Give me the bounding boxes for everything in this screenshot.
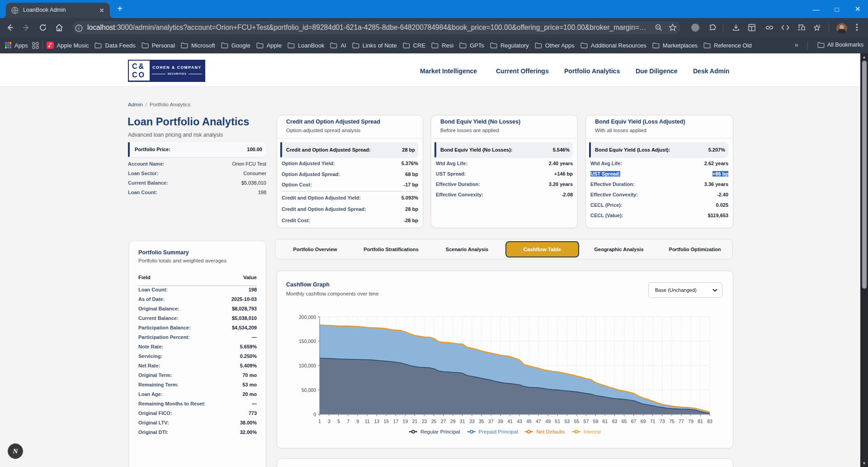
- svg-text:25: 25: [431, 419, 437, 424]
- svg-text:13: 13: [374, 419, 379, 424]
- svg-text:0: 0: [313, 412, 316, 417]
- svg-text:21: 21: [412, 419, 418, 424]
- svg-text:75: 75: [669, 419, 675, 424]
- svg-text:35: 35: [479, 419, 484, 424]
- svg-text:51: 51: [555, 419, 560, 424]
- svg-text:7: 7: [347, 419, 349, 424]
- svg-text:83: 83: [707, 419, 712, 424]
- svg-text:200,000: 200,000: [299, 315, 316, 320]
- svg-text:47: 47: [536, 419, 541, 424]
- svg-text:9: 9: [356, 419, 359, 424]
- svg-text:65: 65: [622, 419, 627, 424]
- svg-text:5: 5: [337, 419, 340, 424]
- svg-text:43: 43: [517, 419, 522, 424]
- svg-text:29: 29: [450, 419, 456, 424]
- svg-text:79: 79: [688, 419, 693, 424]
- svg-text:77: 77: [679, 419, 684, 424]
- svg-text:23: 23: [422, 419, 427, 424]
- svg-text:63: 63: [612, 419, 618, 424]
- svg-text:15: 15: [383, 419, 389, 424]
- svg-text:59: 59: [593, 419, 599, 424]
- svg-text:49: 49: [545, 419, 551, 424]
- svg-text:27: 27: [441, 419, 446, 424]
- svg-text:67: 67: [631, 419, 637, 424]
- svg-text:100,000: 100,000: [299, 363, 316, 368]
- svg-text:41: 41: [507, 419, 513, 424]
- svg-text:150,000: 150,000: [299, 338, 316, 344]
- svg-text:1: 1: [318, 419, 321, 424]
- svg-text:81: 81: [698, 419, 703, 424]
- svg-text:57: 57: [584, 419, 589, 424]
- svg-text:11: 11: [365, 419, 370, 424]
- svg-text:3: 3: [328, 419, 330, 424]
- svg-text:37: 37: [488, 419, 494, 424]
- svg-text:71: 71: [650, 419, 656, 424]
- svg-text:55: 55: [574, 419, 579, 424]
- svg-text:19: 19: [403, 419, 408, 424]
- svg-text:69: 69: [641, 419, 646, 424]
- svg-text:50,000: 50,000: [302, 387, 316, 393]
- svg-text:31: 31: [460, 419, 465, 424]
- svg-text:17: 17: [393, 419, 399, 424]
- svg-text:39: 39: [498, 419, 503, 424]
- svg-text:45: 45: [526, 419, 532, 424]
- svg-text:53: 53: [564, 419, 570, 424]
- svg-text:73: 73: [660, 419, 665, 424]
- svg-text:33: 33: [469, 419, 475, 424]
- svg-text:61: 61: [603, 419, 608, 424]
